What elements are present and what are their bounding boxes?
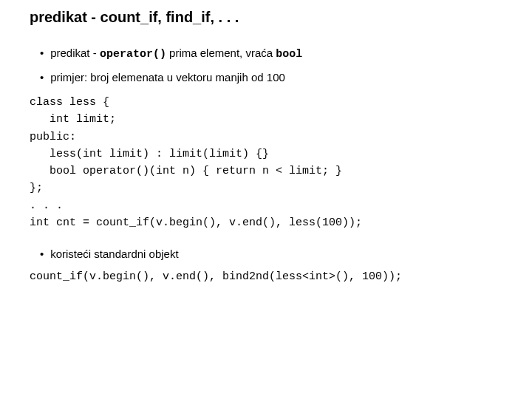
bullet-dot: • [40,248,47,260]
bullet-predikat: • predikat - operator() prima element, v… [40,47,511,61]
code-line-bind2nd: count_if(v.begin(), v.end(), bind2nd(les… [30,270,511,283]
bullet-text: koristeći standardni objekt [50,248,178,260]
bullet-primjer: • primjer: broj elemenata u vektoru manj… [40,71,511,83]
bullet-dot: • [40,47,47,59]
page-title: predikat - count_if, find_if, . . . [30,9,511,26]
bullet-text-mid: prima element, vraća [166,47,276,59]
bullet-text-mono1: operator() [100,48,166,61]
bullet-text: primjer: broj elemenata u vektoru manjih… [50,71,285,83]
bullet-standard: • koristeći standardni objekt [40,248,511,260]
bullet-dot: • [40,71,47,83]
bullet-text-mono2: bool [276,48,302,61]
code-block-class: class less { int limit; public: less(int… [30,94,511,231]
bullet-text-pre: predikat - [50,47,100,59]
